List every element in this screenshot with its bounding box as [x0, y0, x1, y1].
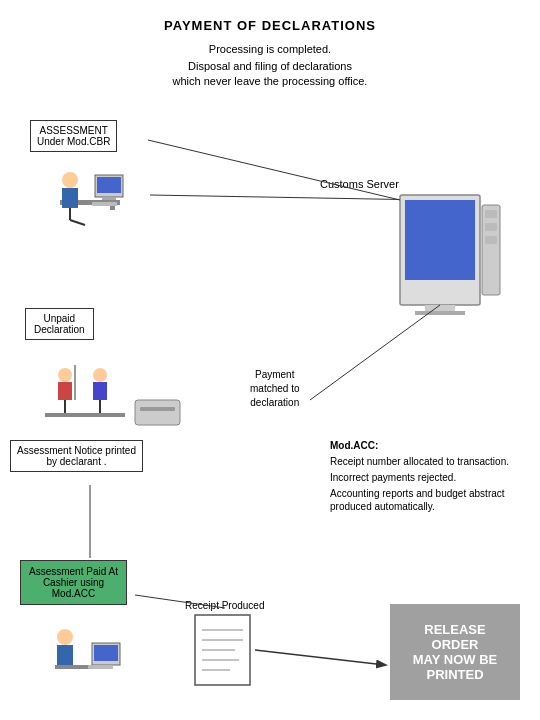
svg-rect-37 [94, 645, 118, 661]
svg-rect-9 [92, 202, 117, 206]
svg-rect-3 [62, 188, 78, 208]
svg-rect-6 [95, 175, 123, 197]
svg-rect-7 [97, 177, 121, 193]
receipt-document-figure [195, 615, 250, 685]
svg-rect-18 [485, 236, 497, 244]
svg-rect-17 [485, 223, 497, 231]
svg-rect-14 [415, 311, 465, 315]
assessment-notice-box: Assessment Notice printed by declarant . [10, 440, 143, 472]
receipt-produced-text: Receipt Produced [185, 600, 265, 611]
svg-line-19 [310, 305, 440, 400]
assessment-paid-box: Assessment Paid At Cashier using Mod.ACC [20, 560, 127, 605]
svg-rect-36 [92, 643, 120, 665]
svg-point-25 [93, 368, 107, 382]
svg-rect-0 [60, 200, 120, 205]
svg-point-2 [62, 172, 78, 188]
svg-rect-15 [482, 205, 500, 295]
svg-line-21 [148, 140, 400, 200]
disposal-text: Disposal and filing of declarations whic… [0, 59, 540, 90]
unpaid-declaration-box: Unpaid Declaration [25, 308, 94, 340]
payment-matched-text: Payment matched to declaration [250, 368, 299, 410]
modacc-item-2: Incorrect payments rejected. [330, 471, 540, 484]
svg-rect-33 [57, 645, 73, 665]
release-order-box: RELEASE ORDER MAY NOW BE PRINTED [390, 604, 520, 700]
modacc-item-3: Accounting reports and budget abstract p… [330, 487, 540, 513]
person-bottom-figure [55, 629, 120, 669]
svg-rect-8 [102, 197, 116, 200]
svg-rect-35 [102, 653, 107, 669]
processing-line1: Processing is completed. [0, 43, 540, 55]
svg-line-10 [150, 195, 430, 200]
svg-rect-12 [405, 200, 475, 280]
svg-rect-26 [93, 382, 107, 400]
svg-rect-23 [58, 382, 72, 400]
modacc-item-1: Receipt number allocated to transaction. [330, 455, 540, 468]
svg-rect-13 [425, 305, 455, 311]
people-group-figure [45, 368, 180, 425]
svg-rect-28 [45, 413, 125, 417]
customs-server-label: Customs Server [320, 178, 399, 190]
svg-rect-29 [135, 400, 180, 425]
modacc-title: Mod.ACC: [330, 440, 540, 451]
svg-rect-30 [140, 407, 175, 411]
svg-line-45 [255, 650, 385, 665]
svg-point-32 [57, 629, 73, 645]
assessment-box: ASSESSMENT Under Mod.CBR [30, 120, 117, 152]
svg-rect-16 [485, 210, 497, 218]
page-title: PAYMENT OF DECLARATIONS [0, 0, 540, 33]
svg-rect-1 [110, 190, 115, 210]
svg-line-5 [70, 220, 85, 225]
person-desk-top-figure [60, 172, 123, 225]
svg-rect-11 [400, 195, 480, 305]
svg-point-22 [58, 368, 72, 382]
customs-server-figure [400, 195, 500, 315]
svg-rect-34 [55, 665, 110, 669]
svg-rect-38 [88, 665, 113, 669]
svg-rect-39 [195, 615, 250, 685]
modacc-area: Mod.ACC: Receipt number allocated to tra… [330, 440, 540, 516]
